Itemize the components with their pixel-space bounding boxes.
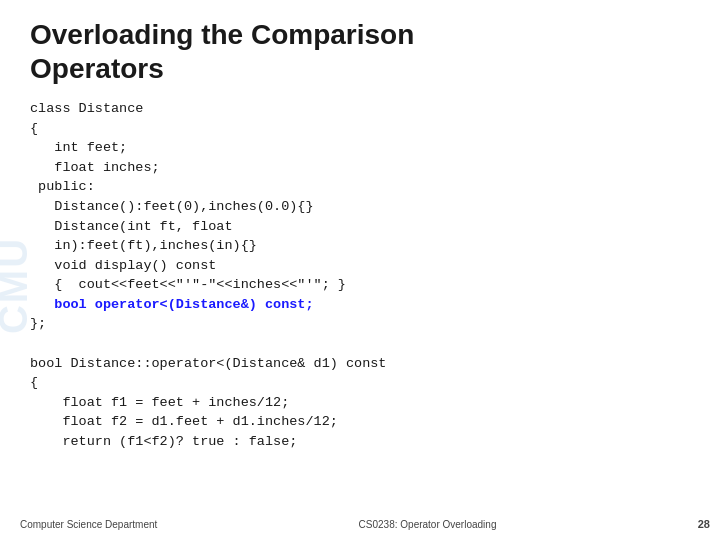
title-line2: Operators	[30, 53, 164, 84]
page-title: Overloading the Comparison Operators	[30, 18, 690, 85]
code-section3: bool Distance::operator<(Distance& d1) c…	[30, 356, 386, 449]
footer-page-number: 28	[698, 518, 710, 530]
footer-department: Computer Science Department	[20, 519, 157, 530]
page-container: CMU Overloading the Comparison Operators…	[0, 0, 720, 540]
code-section1: class Distance { int feet; float inches;…	[30, 101, 346, 292]
title-line1: Overloading the Comparison	[30, 19, 414, 50]
footer: Computer Science Department CS0238: Oper…	[0, 518, 720, 530]
code-block: class Distance { int feet; float inches;…	[30, 99, 690, 451]
footer-course: CS0238: Operator Overloading	[359, 519, 497, 530]
watermark: CMU	[0, 50, 28, 500]
code-section2: };	[30, 316, 46, 331]
code-highlight1: bool operator<(Distance&) const;	[30, 297, 314, 312]
watermark-text: CMU	[0, 236, 28, 333]
